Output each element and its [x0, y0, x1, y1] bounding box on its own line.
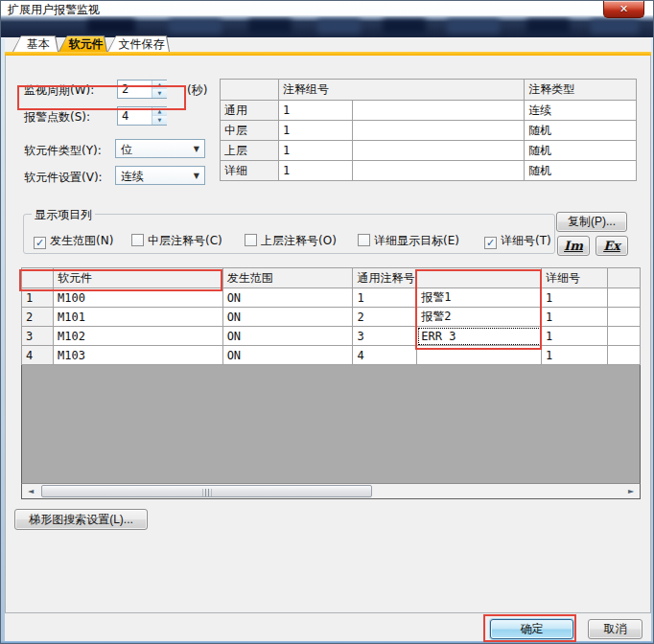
- checkbox-upper-comment-no[interactable]: 上层注释号(O): [245, 233, 337, 246]
- dialog-extended-user-alarm-monitor: 扩展用户报警监视 ✕ 基本 软元件 文件保存 监视周期(W): 2: [0, 0, 654, 644]
- detail-no-header: 详细号: [542, 268, 608, 288]
- alarm-points-spinner[interactable]: 4 ▲ ▼: [117, 106, 167, 126]
- device-table: 软元件 发生范围 通用注释号 详细号 1 M100 ON 1 报警1 1 2: [21, 267, 641, 365]
- checkbox-detail-no[interactable]: ✓详细号(T): [484, 233, 551, 246]
- checkbox-icon: [131, 234, 144, 246]
- scroll-right-icon[interactable]: ►: [623, 485, 639, 497]
- table-row[interactable]: 详细 1 随机: [221, 161, 637, 181]
- comment-group-table: 注释组号 注释类型 通用 1 连续 中层 1 随机 上层 1: [220, 79, 637, 181]
- background-app-blur: [1, 16, 654, 37]
- comment-type-header: 注释类型: [525, 80, 637, 101]
- table-row[interactable]: 上层 1 随机: [221, 141, 637, 161]
- table-empty-area: [21, 365, 641, 484]
- tab-file-save[interactable]: 文件保存: [107, 35, 170, 52]
- tab-strip: 基本 软元件 文件保存: [5, 35, 651, 52]
- checkbox-icon: ✓: [34, 237, 46, 249]
- device-tab-panel: 监视周期(W): 2 ▲ ▼ (秒) 报警点数(S): 4 ▲ ▼ 软元件类型(…: [5, 56, 651, 613]
- scroll-left-icon[interactable]: ◄: [23, 485, 38, 497]
- tab-device[interactable]: 软元件: [58, 35, 107, 52]
- comment-no-header: 通用注释号: [353, 268, 542, 288]
- monitor-cycle-spinner[interactable]: 2 ▲ ▼: [117, 80, 167, 99]
- checkbox-middle-comment-no[interactable]: 中层注释号(C): [131, 233, 222, 246]
- dialog-content: 基本 软元件 文件保存 监视周期(W): 2 ▲ ▼ (秒) 报警点数(S):: [5, 37, 651, 641]
- horizontal-scrollbar[interactable]: ◄ ►: [21, 483, 641, 499]
- tab-basic[interactable]: 基本: [12, 35, 58, 52]
- spin-up-icon[interactable]: ▲: [152, 107, 167, 116]
- focused-cell[interactable]: ERR 3: [417, 327, 542, 346]
- device-type-select[interactable]: 位 ▼: [115, 139, 205, 158]
- display-items-group: 显示项目列 ✓发生范围(N) 中层注释号(C) 上层注释号(O) 详细显示目标(…: [23, 214, 555, 254]
- table-row[interactable]: 2 M101 ON 2 报警2 1: [22, 308, 641, 327]
- title-bar: 扩展用户报警监视 ✕: [1, 1, 654, 37]
- device-setting-select[interactable]: 连续 ▼: [115, 166, 205, 185]
- chevron-down-icon: ▼: [194, 172, 199, 180]
- monitor-cycle-unit: (秒): [187, 82, 207, 99]
- table-row[interactable]: 中层 1 随机: [221, 121, 637, 141]
- import-button[interactable]: Im: [557, 236, 590, 256]
- checkbox-icon: ✓: [484, 237, 497, 249]
- spin-down-icon[interactable]: ▼: [152, 116, 167, 125]
- monitor-cycle-label: 监视周期(W):: [24, 82, 94, 99]
- checkbox-icon: [358, 234, 370, 246]
- ok-button[interactable]: 确定: [490, 619, 573, 639]
- table-row[interactable]: 通用 1 连续: [221, 101, 637, 121]
- device-setting-label: 软元件设置(V):: [24, 170, 103, 186]
- scrollbar-thumb[interactable]: [41, 485, 372, 497]
- table-row[interactable]: 3 M102 ON 3 ERR 3 1: [22, 327, 641, 346]
- table-row[interactable]: 1 M100 ON 1 报警1 1: [22, 288, 641, 308]
- spin-up-icon[interactable]: ▲: [152, 80, 167, 89]
- window-title: 扩展用户报警监视: [8, 2, 100, 18]
- chevron-down-icon: ▼: [194, 145, 199, 153]
- checkbox-detail-display-target[interactable]: 详细显示目标(E): [358, 233, 459, 246]
- spin-down-icon[interactable]: ▼: [152, 89, 167, 98]
- export-button[interactable]: Ex: [596, 236, 628, 256]
- device-type-label: 软元件类型(Y):: [24, 143, 102, 159]
- ladder-search-settings-button[interactable]: 梯形图搜索设置(L)...: [14, 509, 148, 530]
- cancel-button[interactable]: 取消: [588, 619, 642, 639]
- display-items-title: 显示项目列: [32, 207, 95, 223]
- table-row[interactable]: 4 M103 ON 4 1: [22, 346, 641, 365]
- alarm-points-label: 报警点数(S):: [24, 109, 90, 126]
- device-header: 软元件: [53, 268, 222, 288]
- close-icon: ✕: [619, 3, 628, 15]
- checkbox-occurrence-range[interactable]: ✓发生范围(N): [34, 233, 113, 246]
- checkbox-icon: [245, 234, 257, 246]
- range-header: 发生范围: [222, 268, 353, 288]
- copy-button[interactable]: 复制(P)...: [556, 212, 627, 232]
- comment-group-no-header: 注释组号: [278, 80, 524, 101]
- close-button[interactable]: ✕: [603, 1, 644, 18]
